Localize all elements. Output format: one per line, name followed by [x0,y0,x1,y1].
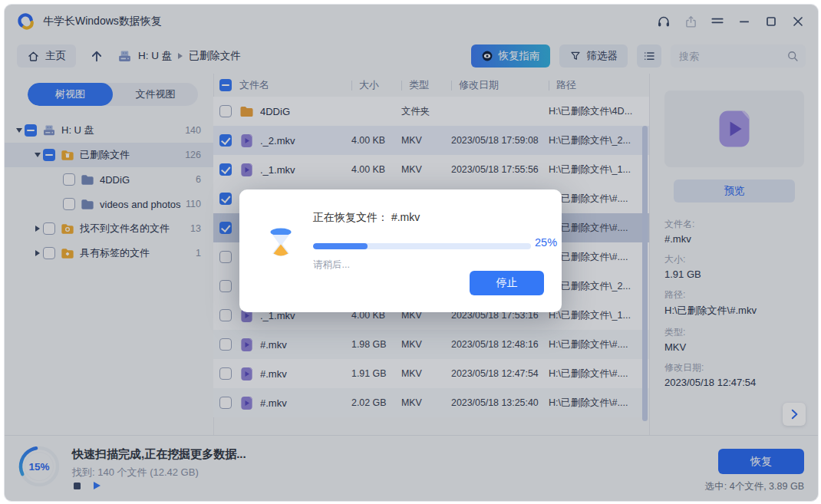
recovering-file-text: 正在恢复文件： #.mkv [313,211,420,225]
hourglass-icon [267,228,295,260]
recovery-progress-bar [313,243,531,249]
app-window: 牛学长Windows数据恢复 [4,4,819,502]
recovery-dialog: 正在恢复文件： #.mkv 25% 请稍后... 停止 [239,189,562,312]
recovery-progress-fill [313,243,368,249]
recovery-percent: 25% [535,236,557,249]
please-wait-text: 请稍后... [313,259,350,272]
stop-button[interactable]: 停止 [470,271,544,295]
